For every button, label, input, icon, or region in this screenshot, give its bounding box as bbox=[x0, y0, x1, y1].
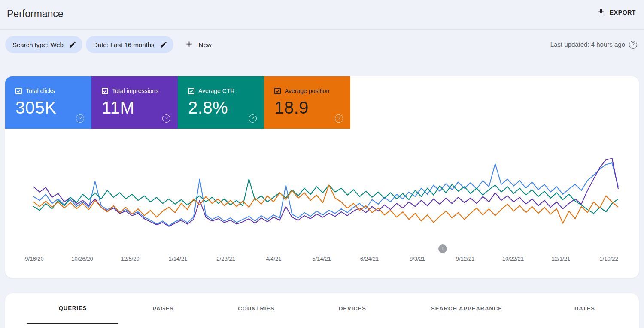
metric-card-label: Total clicks bbox=[26, 87, 55, 94]
tab-pages[interactable]: PAGES bbox=[118, 293, 208, 324]
export-button[interactable]: EXPORT bbox=[597, 8, 636, 17]
metric-card-average-ctr[interactable]: Average CTR 2.8% bbox=[178, 76, 264, 129]
x-axis-label: 9/12/21 bbox=[456, 256, 474, 262]
checkbox-checked-icon[interactable] bbox=[102, 88, 108, 94]
dimensions-panel: QUERIES PAGES COUNTRIES DEVICES SEARCH A… bbox=[5, 293, 639, 328]
tab-devices[interactable]: DEVICES bbox=[305, 293, 400, 324]
search-type-chip-label: Search type: Web bbox=[12, 41, 64, 48]
x-axis-label: 4/4/21 bbox=[266, 256, 281, 262]
export-label: EXPORT bbox=[610, 9, 636, 16]
filter-bar: Search type: Web Date: Last 16 months Ne… bbox=[5, 36, 217, 53]
metric-card-label: Total impressions bbox=[112, 87, 158, 94]
chart-annotation-badge[interactable]: 1 bbox=[438, 244, 447, 253]
help-icon[interactable] bbox=[249, 114, 257, 123]
x-axis: 9/16/2010/26/2012/5/201/14/212/23/214/4/… bbox=[13, 256, 631, 263]
x-axis-label: 9/16/20 bbox=[25, 256, 43, 262]
x-axis-label: 6/24/21 bbox=[360, 256, 379, 262]
x-axis-label: 8/3/21 bbox=[410, 256, 425, 262]
tab-search-appearance[interactable]: SEARCH APPEARANCE bbox=[400, 293, 533, 324]
help-icon[interactable] bbox=[162, 114, 170, 123]
help-icon[interactable] bbox=[76, 114, 84, 123]
edit-pencil-icon[interactable] bbox=[160, 41, 167, 48]
checkbox-checked-icon[interactable] bbox=[15, 88, 22, 94]
x-axis-label: 12/5/20 bbox=[121, 256, 139, 262]
metric-card-total-impressions[interactable]: Total impressions 11M bbox=[91, 76, 178, 129]
metric-card-label: Average CTR bbox=[198, 87, 235, 94]
new-filter-button[interactable]: New bbox=[179, 36, 217, 53]
metric-cards-row: Total clicks 305K Total impressions 11M … bbox=[5, 76, 350, 129]
performance-chart bbox=[13, 152, 631, 236]
tab-dates[interactable]: DATES bbox=[533, 293, 636, 324]
x-axis-label: 10/26/20 bbox=[71, 256, 93, 262]
x-axis-label: 10/22/21 bbox=[502, 256, 524, 262]
help-icon[interactable] bbox=[335, 114, 343, 123]
metric-card-average-position[interactable]: Average position 18.9 bbox=[264, 76, 350, 129]
tab-queries[interactable]: QUERIES bbox=[27, 293, 118, 324]
x-axis-label: 12/1/21 bbox=[552, 256, 570, 262]
checkbox-checked-icon[interactable] bbox=[188, 88, 194, 94]
help-icon[interactable] bbox=[629, 41, 637, 49]
metric-card-total-clicks[interactable]: Total clicks 305K bbox=[5, 76, 91, 129]
app-header: Performance EXPORT bbox=[0, 0, 644, 30]
tab-countries[interactable]: COUNTRIES bbox=[208, 293, 305, 324]
dimension-tabs: QUERIES PAGES COUNTRIES DEVICES SEARCH A… bbox=[5, 293, 639, 324]
new-filter-label: New bbox=[199, 41, 212, 48]
edit-pencil-icon[interactable] bbox=[69, 41, 76, 48]
x-axis-label: 5/14/21 bbox=[312, 256, 331, 262]
metric-card-label: Average position bbox=[285, 87, 329, 94]
download-icon bbox=[597, 8, 605, 17]
checkbox-checked-icon[interactable] bbox=[274, 88, 281, 94]
last-updated-text: Last updated: 4 hours ago bbox=[550, 41, 625, 48]
x-axis-label: 2/23/21 bbox=[216, 256, 235, 262]
x-axis-label: 1/14/21 bbox=[169, 256, 187, 262]
series-impressions bbox=[33, 158, 618, 226]
plus-icon bbox=[185, 39, 194, 50]
x-axis-label: 1/10/22 bbox=[599, 256, 618, 262]
performance-chart-panel: Total clicks 305K Total impressions 11M … bbox=[5, 76, 639, 278]
date-filter-chip-label: Date: Last 16 months bbox=[93, 41, 155, 48]
page-title: Performance bbox=[7, 8, 64, 20]
date-filter-chip[interactable]: Date: Last 16 months bbox=[86, 36, 173, 53]
search-type-chip[interactable]: Search type: Web bbox=[5, 36, 82, 53]
